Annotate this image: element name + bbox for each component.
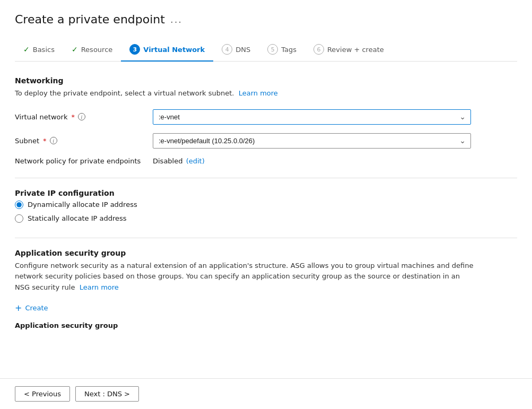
tab-resource-label: Resource xyxy=(81,46,113,54)
radio-dynamic-input[interactable] xyxy=(15,201,23,209)
asg-section: Application security group Configure net… xyxy=(15,249,517,329)
radio-static-label: Statically allocate IP address xyxy=(28,214,127,222)
virtual-network-select-wrapper: :e-vnet xyxy=(153,109,471,125)
asg-create-link[interactable]: + Create xyxy=(15,303,517,313)
network-policy-value: Disabled (edit) xyxy=(153,157,205,165)
section-divider-1 xyxy=(15,178,517,178)
next-button[interactable]: Next : DNS > xyxy=(75,386,139,388)
virtual-network-row: Virtual network * i :e-vnet xyxy=(15,109,517,125)
tab-dns-label: DNS xyxy=(236,46,250,54)
previous-button[interactable]: < Previous xyxy=(15,386,70,388)
networking-section: Networking To deploy the private endpoin… xyxy=(15,76,517,165)
subnet-control: :e-vnet/pedefault (10.25.0.0/26) xyxy=(153,133,471,149)
tab-virtual-network[interactable]: 3 Virtual Network xyxy=(121,39,213,61)
virtual-network-label: Virtual network * i xyxy=(15,113,153,121)
virtual-network-required: * xyxy=(71,113,75,121)
subnet-info-icon[interactable]: i xyxy=(50,137,57,144)
tab-basics[interactable]: ✓ Basics xyxy=(15,40,63,60)
section-divider-2 xyxy=(15,238,517,238)
virtual-network-select[interactable]: :e-vnet xyxy=(153,109,471,125)
networking-description: To deploy the private endpoint, select a… xyxy=(15,88,517,99)
tab-virtual-network-label: Virtual Network xyxy=(143,46,205,54)
asg-column-header: Application security group xyxy=(15,321,517,329)
virtual-network-label-text: Virtual network xyxy=(15,113,67,121)
network-policy-edit-link[interactable]: (edit) xyxy=(186,157,205,165)
networking-section-title: Networking xyxy=(15,76,517,85)
page-title: Create a private endpoint ... xyxy=(15,13,517,26)
tab-tags[interactable]: 5 Tags xyxy=(259,39,305,61)
virtual-network-circle: 3 xyxy=(129,44,140,55)
bottom-navigation-bar: < Previous Next : DNS > xyxy=(0,378,532,388)
subnet-row: Subnet * i :e-vnet/pedefault (10.25.0.0/… xyxy=(15,133,517,149)
tab-review-create-label: Review + create xyxy=(327,46,384,54)
radio-static-input[interactable] xyxy=(15,214,23,223)
asg-section-title: Application security group xyxy=(15,249,517,257)
radio-static[interactable]: Statically allocate IP address xyxy=(15,214,517,223)
asg-learn-more-link[interactable]: Learn more xyxy=(80,283,119,291)
network-policy-value-text: Disabled xyxy=(153,157,182,165)
tab-resource[interactable]: ✓ Resource xyxy=(63,40,121,60)
asg-description: Configure network security as a natural … xyxy=(15,260,476,293)
subnet-select[interactable]: :e-vnet/pedefault (10.25.0.0/26) xyxy=(153,133,471,149)
tab-review-create[interactable]: 6 Review + create xyxy=(305,39,393,61)
page-title-ellipsis: ... xyxy=(170,14,182,25)
dns-circle: 4 xyxy=(222,44,232,55)
private-ip-radio-group: Dynamically allocate IP address Statical… xyxy=(15,201,517,223)
tab-dns[interactable]: 4 DNS xyxy=(213,39,259,61)
resource-check-icon: ✓ xyxy=(72,45,78,54)
tags-circle: 5 xyxy=(267,44,278,55)
networking-learn-more-link[interactable]: Learn more xyxy=(239,89,278,97)
wizard-tabs: ✓ Basics ✓ Resource 3 Virtual Network 4 … xyxy=(15,39,517,62)
network-policy-row: Network policy for private endpoints Dis… xyxy=(15,157,517,165)
subnet-required: * xyxy=(43,137,47,145)
virtual-network-control: :e-vnet xyxy=(153,109,471,125)
network-policy-label: Network policy for private endpoints xyxy=(15,157,153,165)
tab-tags-label: Tags xyxy=(281,46,296,54)
radio-dynamic-label: Dynamically allocate IP address xyxy=(28,201,137,208)
subnet-label-text: Subnet xyxy=(15,137,39,145)
subnet-select-wrapper: :e-vnet/pedefault (10.25.0.0/26) xyxy=(153,133,471,149)
asg-create-label: Create xyxy=(25,304,48,312)
private-ip-section-title: Private IP configuration xyxy=(15,189,517,197)
virtual-network-info-icon[interactable]: i xyxy=(78,113,85,120)
networking-description-text: To deploy the private endpoint, select a… xyxy=(15,89,234,97)
review-create-circle: 6 xyxy=(313,44,324,55)
radio-dynamic[interactable]: Dynamically allocate IP address xyxy=(15,201,517,209)
create-plus-icon: + xyxy=(15,303,22,313)
page-title-text: Create a private endpoint xyxy=(15,13,165,26)
subnet-label: Subnet * i xyxy=(15,137,153,145)
private-ip-section: Private IP configuration Dynamically all… xyxy=(15,189,517,223)
basics-check-icon: ✓ xyxy=(23,45,30,54)
tab-basics-label: Basics xyxy=(33,46,55,54)
